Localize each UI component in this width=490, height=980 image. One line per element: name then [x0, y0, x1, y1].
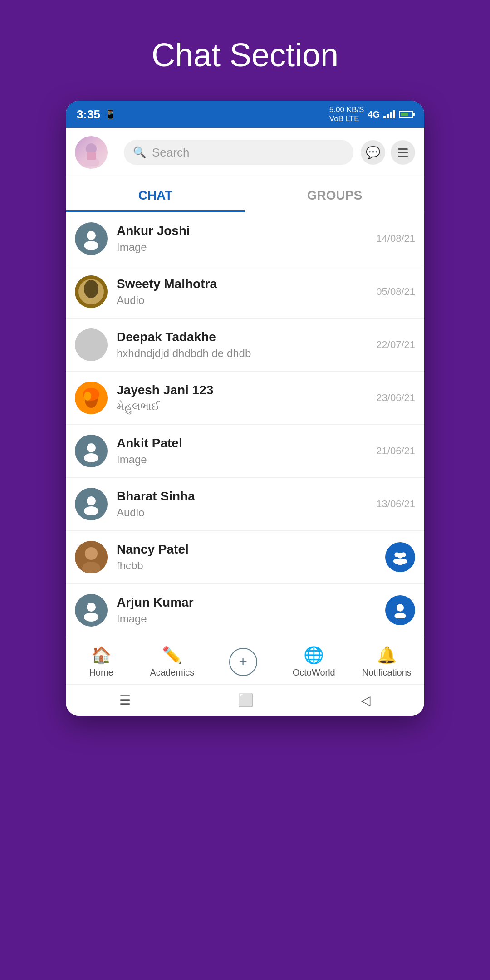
chat-list: Ankur Joshi Image 14/08/21 Sweety Malhot…: [66, 212, 424, 637]
svg-point-27: [84, 612, 98, 622]
chat-item[interactable]: Sweety Malhotra Audio 05/08/21: [66, 265, 424, 318]
android-menu-button[interactable]: ☰: [119, 693, 131, 708]
person-icon: [75, 488, 108, 520]
chat-preview: fhcbb: [117, 559, 385, 572]
search-bar[interactable]: 🔍 Search: [124, 140, 353, 165]
chat-info: Deepak Tadakhe hxhdndjdjd dhdbdh de dhdb: [117, 330, 376, 360]
chat-item[interactable]: Ankur Joshi Image 14/08/21: [66, 212, 424, 265]
group-fab-button[interactable]: [385, 542, 415, 572]
nav-notifications[interactable]: 🔔 Notifications: [362, 646, 412, 678]
chat-info: Bharat Sinha Audio: [117, 489, 376, 519]
chat-info: Jayesh Jani 123 મેહુલભાઈ: [117, 383, 376, 413]
nav-add[interactable]: +: [220, 648, 266, 676]
person-icon: [75, 594, 108, 627]
chat-name: Deepak Tadakhe: [117, 330, 376, 344]
chat-info: Nancy Patel fhcbb: [117, 542, 385, 572]
signal-icon: [383, 110, 395, 118]
chat-info: Ankit Patel Image: [117, 436, 376, 466]
chat-preview: Image: [117, 453, 376, 466]
person-fab-button[interactable]: [385, 595, 415, 625]
nav-octoworld[interactable]: 🌐 OctoWorld: [291, 646, 337, 678]
home-icon: 🏠: [91, 646, 112, 665]
chat-name: Jayesh Jani 123: [117, 383, 376, 397]
chat-info: Arjun Kumar Image: [117, 595, 385, 625]
svg-point-7: [84, 280, 98, 298]
network-speed: 5.00 KB/S VoB LTE: [329, 105, 364, 124]
chat-date: 05/08/21: [376, 286, 415, 298]
nav-home[interactable]: 🏠 Home: [78, 646, 124, 678]
avatar: [75, 275, 108, 308]
tab-chat[interactable]: CHAT: [66, 177, 245, 212]
chat-name: Ankit Patel: [117, 436, 376, 451]
tabs: CHAT GROUPS: [66, 177, 424, 212]
svg-point-12: [84, 392, 91, 401]
search-icon: 🔍: [133, 146, 147, 159]
chat-item[interactable]: Arjun Kumar Image: [66, 584, 424, 637]
chat-item[interactable]: Jayesh Jani 123 મેહુલભાઈ 23/06/21: [66, 372, 424, 425]
nav-academics-label: Academics: [150, 667, 194, 678]
avatar: [75, 382, 108, 414]
status-bar: 3:35 📱 5.00 KB/S VoB LTE 4G: [66, 101, 424, 128]
chat-date: 13/06/21: [376, 498, 415, 510]
svg-point-14: [84, 453, 98, 462]
status-bar-right: 5.00 KB/S VoB LTE 4G: [329, 105, 413, 124]
chat-info: Ankur Joshi Image: [117, 224, 376, 254]
android-nav-bar: ☰ ⬜ ◁: [66, 684, 424, 716]
avatar: [75, 222, 108, 255]
android-back-button[interactable]: ◁: [361, 693, 371, 708]
phone-frame: 3:35 📱 5.00 KB/S VoB LTE 4G: [66, 101, 424, 716]
svg-point-3: [87, 231, 96, 240]
chat-info: Sweety Malhotra Audio: [117, 277, 376, 307]
network-type: 4G: [368, 109, 380, 120]
chat-name: Bharat Sinha: [117, 489, 376, 504]
person-icon: [75, 222, 108, 255]
svg-point-25: [396, 559, 405, 565]
add-icon: +: [229, 648, 257, 676]
menu-button[interactable]: [391, 140, 415, 165]
academics-icon: ✏️: [162, 646, 182, 665]
chat-name: Sweety Malhotra: [117, 277, 376, 291]
octoworld-icon: 🌐: [304, 646, 324, 665]
nav-notifications-label: Notifications: [362, 667, 412, 678]
chat-item[interactable]: Bharat Sinha Audio 13/06/21: [66, 478, 424, 531]
sim-icon: 📱: [105, 109, 116, 120]
svg-point-22: [397, 553, 403, 559]
svg-point-8: [75, 328, 108, 361]
hamburger-icon: [398, 148, 408, 157]
tab-groups[interactable]: GROUPS: [245, 177, 424, 212]
nav-academics[interactable]: ✏️ Academics: [149, 646, 195, 678]
avatar: [75, 435, 108, 467]
page-title: Chat Section: [152, 36, 338, 74]
svg-point-29: [394, 612, 406, 618]
profile-image: [75, 136, 108, 169]
avatar: [75, 594, 108, 627]
chat-date: 14/08/21: [376, 233, 415, 245]
chat-preview: hxhdndjdjd dhdbdh de dhdb: [117, 347, 376, 360]
svg-point-15: [87, 496, 96, 505]
header: 🔍 Search 💬: [66, 128, 424, 177]
battery-icon: [399, 111, 413, 118]
status-bar-left: 3:35 📱: [77, 108, 116, 122]
bottom-nav: 🏠 Home ✏️ Academics + 🌐 OctoWorld 🔔 Noti…: [66, 637, 424, 684]
chat-name: Nancy Patel: [117, 542, 385, 557]
avatar: [75, 488, 108, 520]
chat-item[interactable]: Nancy Patel fhcbb: [66, 531, 424, 584]
chat-item[interactable]: Ankit Patel Image 21/06/21: [66, 425, 424, 478]
svg-point-4: [84, 241, 98, 250]
search-placeholder: Search: [152, 146, 189, 160]
status-time: 3:35: [77, 108, 100, 122]
chat-item[interactable]: Deepak Tadakhe hxhdndjdjd dhdbdh de dhdb…: [66, 318, 424, 372]
avatar[interactable]: [75, 136, 108, 169]
avatar: [75, 328, 108, 361]
chat-bubble-icon: 💬: [366, 146, 380, 160]
svg-point-26: [87, 603, 96, 612]
chat-preview: Audio: [117, 506, 376, 519]
svg-point-13: [87, 443, 96, 452]
nav-octoworld-label: OctoWorld: [293, 667, 335, 678]
avatar: [75, 541, 108, 573]
svg-point-16: [84, 506, 98, 515]
person-icon: [75, 435, 108, 467]
chat-preview: Audio: [117, 294, 376, 307]
android-home-button[interactable]: ⬜: [238, 693, 254, 708]
new-chat-button[interactable]: 💬: [361, 140, 385, 165]
